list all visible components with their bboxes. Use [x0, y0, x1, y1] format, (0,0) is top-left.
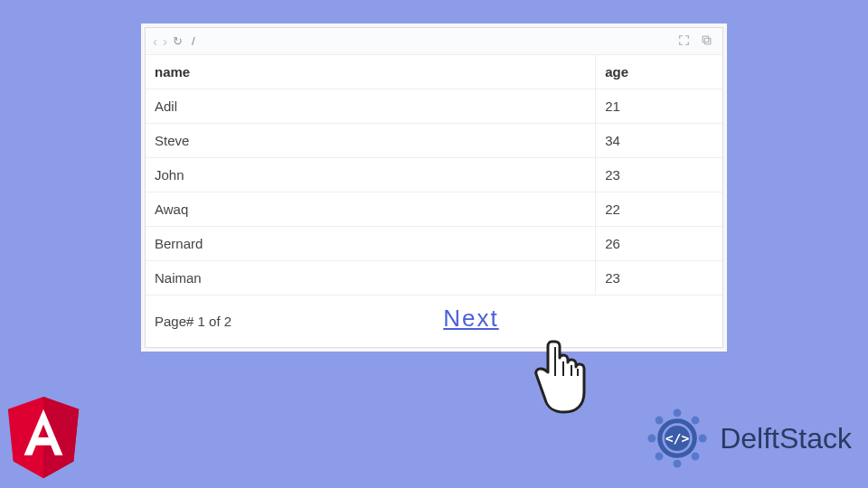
- table-row: Bernard 26: [146, 227, 722, 261]
- svg-text:</>: </>: [665, 430, 690, 446]
- cell-age: 22: [596, 192, 722, 227]
- svg-point-12: [674, 460, 682, 468]
- table-row: Awaq 22: [146, 192, 722, 227]
- cell-age: 23: [596, 261, 722, 296]
- angular-logo-icon: [5, 397, 82, 483]
- svg-point-15: [656, 417, 664, 425]
- cell-age: 26: [596, 227, 722, 261]
- preview-panel: ‹ › ↻ / name age Adil 21 Steve 34: [145, 27, 723, 348]
- svg-rect-0: [704, 38, 711, 44]
- svg-point-14: [648, 435, 656, 443]
- cell-name: John: [146, 158, 596, 192]
- cell-name: Adil: [146, 89, 596, 124]
- cell-age: 21: [596, 89, 722, 124]
- back-arrow-icon[interactable]: ‹: [153, 33, 157, 49]
- delftstack-text: DelftStack: [720, 422, 852, 455]
- pagination-row: Page# 1 of 2 Next: [146, 296, 722, 348]
- table-header-row: name age: [146, 55, 722, 89]
- cell-name: Bernard: [146, 227, 596, 261]
- cell-name: Awaq: [146, 192, 596, 227]
- page-status: Page# 1 of 2: [155, 314, 231, 329]
- copy-icon[interactable]: [698, 34, 715, 49]
- svg-point-10: [699, 435, 707, 443]
- header-name: name: [146, 55, 596, 89]
- delftstack-logo: </> DelftStack: [644, 405, 852, 472]
- delftstack-icon: </>: [644, 405, 711, 472]
- table-row: John 23: [146, 158, 722, 192]
- expand-icon[interactable]: [675, 34, 693, 49]
- header-age: age: [596, 55, 722, 89]
- refresh-icon[interactable]: ↻: [173, 34, 183, 48]
- svg-point-9: [692, 417, 700, 425]
- forward-arrow-icon[interactable]: ›: [163, 33, 167, 49]
- cell-age: 34: [596, 124, 722, 158]
- data-table: name age Adil 21 Steve 34 John 23 Awaq 2…: [146, 55, 722, 347]
- svg-rect-1: [703, 36, 709, 42]
- svg-point-13: [656, 453, 664, 461]
- path-display: /: [192, 34, 195, 48]
- table-row: Steve 34: [146, 124, 722, 158]
- svg-point-8: [674, 408, 682, 417]
- next-link[interactable]: Next: [443, 305, 498, 332]
- table-row: Adil 21: [146, 89, 722, 124]
- cell-name: Steve: [146, 124, 596, 158]
- svg-point-11: [692, 453, 700, 461]
- cell-age: 23: [596, 158, 722, 192]
- table-row: Naiman 23: [146, 261, 722, 296]
- cell-name: Naiman: [146, 261, 596, 296]
- preview-toolbar: ‹ › ↻ /: [146, 28, 722, 55]
